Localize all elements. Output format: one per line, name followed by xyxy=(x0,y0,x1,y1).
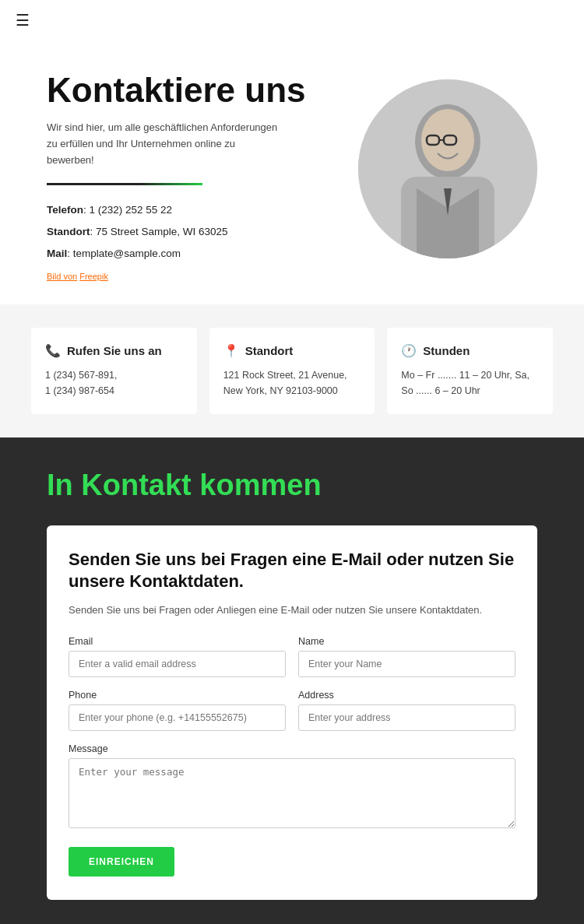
card-hours-text: Mo – Fr ....... 11 – 20 Uhr, Sa, So ....… xyxy=(401,367,539,399)
email-label: Email xyxy=(69,636,286,647)
message-textarea[interactable] xyxy=(69,758,515,828)
form-card-title: Senden Sie uns bei Fragen eine E-Mail od… xyxy=(69,549,515,593)
form-row-phone-address: Phone Address xyxy=(69,690,515,731)
location-icon: 📍 xyxy=(223,343,239,358)
hero-image xyxy=(358,79,537,258)
phone-input[interactable] xyxy=(69,704,286,731)
form-card-desc: Senden Sie uns bei Fragen oder Anliegen … xyxy=(69,603,515,619)
card-location: 📍 Standort 121 Rock Street, 21 Avenue, N… xyxy=(209,328,375,414)
card-location-text: 121 Rock Street, 21 Avenue, New York, NY… xyxy=(223,367,361,399)
card-location-title: Standort xyxy=(245,344,294,357)
form-row-email-name: Email Name xyxy=(69,636,515,677)
hero-title: Kontaktiere uns xyxy=(47,72,343,109)
telefon-line: Telefon: 1 (232) 252 55 22 xyxy=(47,202,343,218)
form-card: Senden Sie uns bei Fragen eine E-Mail od… xyxy=(47,525,537,900)
cards-section: 📞 Rufen Sie uns an 1 (234) 567-891,1 (23… xyxy=(0,304,584,437)
top-nav: ☰ xyxy=(0,0,584,40)
phone-icon: 📞 xyxy=(45,343,61,358)
freepik-label: Bild von Freepik xyxy=(47,272,343,281)
form-group-message: Message xyxy=(69,743,515,828)
dark-section: In Kontakt kommen Senden Sie uns bei Fra… xyxy=(0,437,584,924)
section-heading: In Kontakt kommen xyxy=(47,469,537,502)
address-label: Address xyxy=(298,690,515,701)
form-group-address: Address xyxy=(298,690,515,731)
standort-label: Standort xyxy=(47,226,90,237)
standort-value: 75 Street Sample, WI 63025 xyxy=(96,226,228,237)
telefon-value[interactable]: 1 (232) 252 55 22 xyxy=(90,204,173,216)
card-phone-text: 1 (234) 567-891,1 (234) 987-654 xyxy=(45,367,183,399)
form-group-name: Name xyxy=(298,636,515,677)
card-phone-header: 📞 Rufen Sie uns an xyxy=(45,343,183,358)
card-location-header: 📍 Standort xyxy=(223,343,361,358)
card-phone: 📞 Rufen Sie uns an 1 (234) 567-891,1 (23… xyxy=(31,328,197,414)
clock-icon: 🕐 xyxy=(401,343,417,358)
card-hours-title: Stunden xyxy=(423,344,470,357)
hamburger-icon[interactable]: ☰ xyxy=(16,12,30,29)
hero-section: Kontaktiere uns Wir sind hier, um alle g… xyxy=(0,40,584,304)
email-input[interactable] xyxy=(69,651,286,677)
phone-label: Phone xyxy=(69,690,286,701)
freepik-link[interactable]: Freepik xyxy=(79,272,108,281)
card-phone-title: Rufen Sie uns an xyxy=(67,344,162,357)
submit-button[interactable]: EINREICHEN xyxy=(69,847,174,877)
card-hours: 🕐 Stunden Mo – Fr ....... 11 – 20 Uhr, S… xyxy=(387,328,553,414)
standort-line: Standort: 75 Street Sample, WI 63025 xyxy=(47,224,343,240)
form-row-message: Message xyxy=(69,743,515,828)
form-group-email: Email xyxy=(69,636,286,677)
mail-label: Mail xyxy=(47,248,67,259)
card-hours-header: 🕐 Stunden xyxy=(401,343,539,358)
address-input[interactable] xyxy=(298,704,515,731)
mail-line: Mail: template@sample.com xyxy=(47,246,343,262)
hero-content: Kontaktiere uns Wir sind hier, um alle g… xyxy=(47,72,358,281)
contact-info: Telefon: 1 (232) 252 55 22 Standort: 75 … xyxy=(47,202,343,262)
hero-divider xyxy=(47,183,202,185)
name-input[interactable] xyxy=(298,651,515,677)
form-group-phone: Phone xyxy=(69,690,286,731)
telefon-label: Telefon xyxy=(47,204,83,216)
hero-photo-svg xyxy=(358,79,537,258)
message-label: Message xyxy=(69,743,515,754)
mail-value[interactable]: template@sample.com xyxy=(73,248,181,259)
name-label: Name xyxy=(298,636,515,647)
hero-subtitle: Wir sind hier, um alle geschäftlichen An… xyxy=(47,120,280,168)
svg-point-3 xyxy=(421,109,474,171)
